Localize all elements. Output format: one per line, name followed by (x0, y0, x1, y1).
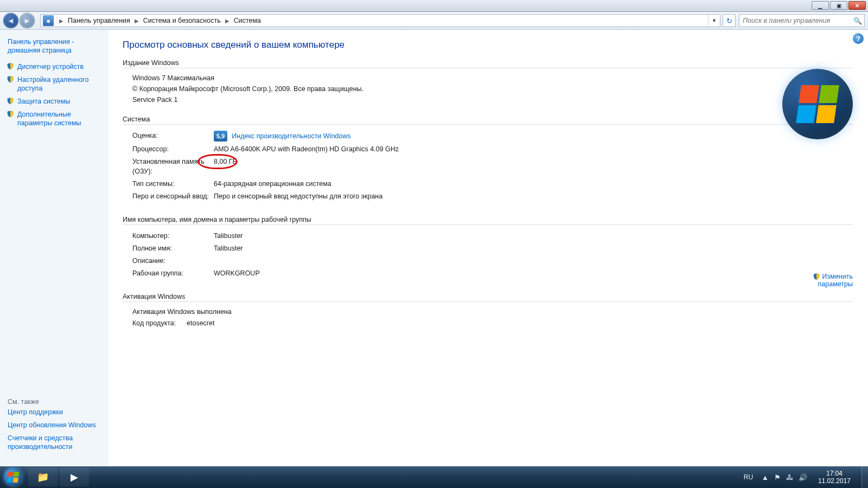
sidebar-item-label: Настройка удаленного доступа (17, 76, 88, 92)
close-icon: ✕ (855, 3, 859, 9)
fullname-value: Talibuster (214, 243, 243, 253)
cpu-value: AMD A6-6400K APU with Radeon(tm) HD Grap… (214, 144, 399, 154)
tray-network-icon[interactable]: 🖧 (786, 473, 793, 481)
change-link-text: Изменить (822, 273, 853, 280)
sidebar-link-advanced[interactable]: Дополнительные параметры системы (8, 110, 105, 127)
window-titlebar: ▁ ▣ ✕ (0, 0, 868, 12)
main-content: ? Просмотр основных сведений о вашем ком… (108, 30, 868, 466)
computer-label: Компьютер: (132, 231, 214, 241)
edition-name: Windows 7 Максимальная (132, 74, 853, 82)
nav-forward-button[interactable]: ► (20, 13, 35, 28)
systype-value: 64-разрядная операционная система (214, 179, 331, 189)
control-panel-icon: ■ (43, 15, 54, 26)
description-label: Описание: (132, 256, 214, 266)
breadcrumb[interactable]: ■ ▶ Панель управления ▶ Система и безопа… (40, 14, 720, 27)
shield-icon (7, 75, 14, 83)
ram-label: Установленная память (ОЗУ): (132, 157, 214, 176)
sidebar-item-label: Дополнительные параметры системы (17, 111, 81, 127)
systype-label: Тип системы: (132, 179, 214, 189)
pen-label: Перо и сенсорный ввод: (132, 191, 214, 201)
breadcrumb-root[interactable]: Панель управления (67, 17, 131, 24)
window-maximize-button[interactable]: ▣ (830, 1, 847, 10)
shield-icon (7, 110, 14, 118)
section-system-heading: Система (123, 115, 853, 125)
tray-volume-icon[interactable]: 🔊 (799, 473, 807, 481)
productkey-value: etosecret (187, 318, 214, 328)
sidebar-link-remote[interactable]: Настройка удаленного доступа (8, 75, 105, 93)
seealso-link-action-center[interactable]: Центр поддержки (8, 408, 105, 416)
search-icon[interactable]: 🔍 (851, 17, 864, 25)
sidebar: Панель управления - домашняя страница Ди… (0, 30, 108, 466)
breadcrumb-dropdown[interactable]: ▼ (708, 15, 720, 27)
taskbar-mediaplayer-button[interactable]: ▶ (60, 468, 89, 486)
address-bar: ◄ ► ■ ▶ Панель управления ▶ Система и бе… (0, 12, 868, 30)
tray-language[interactable]: RU (744, 473, 753, 481)
taskbar-explorer-button[interactable]: 📁 (28, 468, 58, 486)
seealso-link-perf-tools[interactable]: Счетчики и средства производительности (8, 434, 105, 451)
maximize-icon: ▣ (837, 3, 841, 9)
shield-icon (7, 97, 14, 105)
sidebar-seealso-heading: См. также (8, 398, 39, 406)
service-pack: Service Pack 1 (132, 96, 853, 104)
window-close-button[interactable]: ✕ (848, 1, 866, 10)
productkey-label: Код продукта: (132, 318, 187, 328)
breadcrumb-leaf[interactable]: Система (233, 17, 262, 24)
nav-back-button[interactable]: ◄ (3, 13, 18, 28)
seealso-link-windows-update[interactable]: Центр обновления Windows (8, 421, 105, 429)
breadcrumb-mid[interactable]: Система и безопасность (142, 17, 222, 24)
sidebar-link-protection[interactable]: Защита системы (8, 97, 105, 106)
refresh-button[interactable]: ↻ (723, 14, 736, 27)
change-settings-link[interactable]: Изменить параметры (813, 273, 853, 288)
pen-value: Перо и сенсорный ввод недоступны для это… (214, 191, 382, 201)
chevron-right-icon: ▶ (56, 18, 67, 24)
rating-label: Оценка: (132, 131, 214, 142)
shield-icon (813, 273, 820, 280)
tray-time: 17:04 (818, 470, 851, 477)
tray-date: 11.02.2017 (818, 477, 851, 485)
search-box[interactable]: 🔍 (739, 14, 865, 27)
chevron-right-icon: ▶ (222, 18, 233, 24)
cpu-label: Процессор: (132, 144, 214, 154)
search-input[interactable] (739, 17, 851, 24)
sidebar-home-link[interactable]: Панель управления - домашняя страница (8, 37, 105, 55)
chevron-right-icon: ▶ (131, 18, 142, 24)
workgroup-label: Рабочая группа: (132, 268, 214, 278)
page-title: Просмотр основных сведений о вашем компь… (123, 40, 853, 50)
help-button[interactable]: ? (853, 33, 864, 44)
ram-value: 8,00 ГБ (214, 157, 237, 176)
sidebar-item-label: Диспетчер устройств (17, 63, 84, 70)
section-edition-heading: Издание Windows (123, 59, 853, 68)
activation-status: Активация Windows выполнена (132, 308, 853, 316)
sidebar-link-device-manager[interactable]: Диспетчер устройств (8, 62, 105, 71)
section-activation-heading: Активация Windows (123, 293, 853, 302)
wei-link[interactable]: Индекс производительности Windows (232, 131, 350, 141)
workgroup-value: WORKGROUP (214, 268, 260, 278)
sidebar-item-label: Защита системы (17, 98, 70, 105)
windows-flag-icon (7, 472, 20, 483)
show-desktop-button[interactable] (861, 466, 868, 488)
computer-value: Talibuster (214, 231, 243, 241)
copyright-text: © Корпорация Майкрософт (Microsoft Corp.… (132, 85, 853, 93)
tray-clock[interactable]: 17:04 11.02.2017 (813, 470, 856, 485)
system-tray: RU ▲ ⚑ 🖧 🔊 17:04 11.02.2017 (744, 466, 868, 488)
wei-score-badge: 5,9 (214, 131, 227, 142)
section-computername-heading: Имя компьютера, имя домена и параметры р… (123, 216, 853, 225)
minimize-icon: ▁ (818, 3, 822, 9)
taskbar: 📁 ▶ RU ▲ ⚑ 🖧 🔊 17:04 11.02.2017 (0, 466, 868, 488)
tray-chevron-icon[interactable]: ▲ (762, 473, 769, 481)
start-button[interactable] (0, 466, 26, 488)
change-link-sub: параметры (813, 280, 853, 288)
shield-icon (7, 62, 14, 70)
window-minimize-button[interactable]: ▁ (812, 1, 829, 10)
fullname-label: Полное имя: (132, 243, 214, 253)
tray-action-center-icon[interactable]: ⚑ (774, 473, 781, 481)
